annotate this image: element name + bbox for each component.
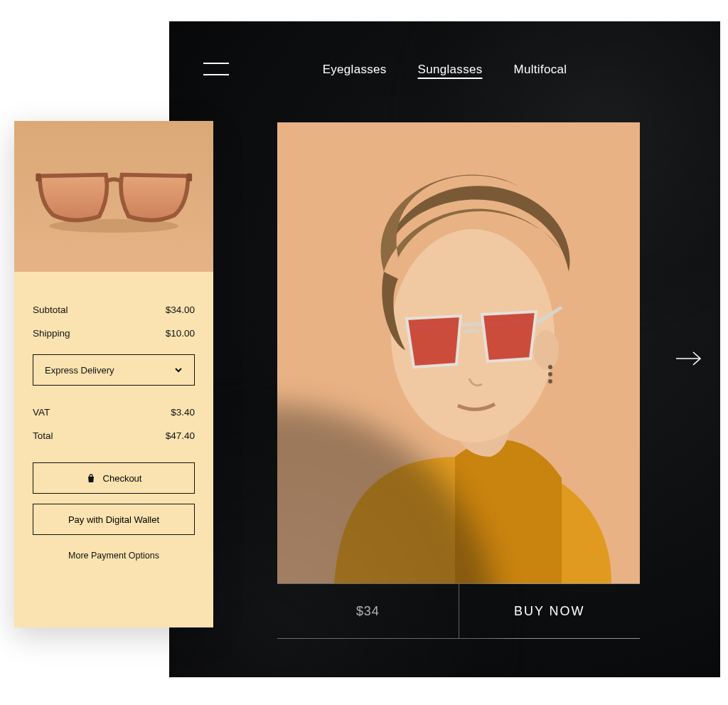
subtotal-row: Subtotal $34.00	[33, 304, 195, 315]
delivery-select[interactable]: Express Delivery	[33, 354, 195, 386]
total-row: Total $47.40	[33, 430, 195, 441]
checkout-summary: Subtotal $34.00 Shipping $10.00 Express …	[14, 272, 213, 627]
cart-product-thumbnail	[14, 121, 213, 272]
price-label: $34	[277, 584, 459, 638]
svg-point-2	[533, 330, 559, 370]
vat-value: $3.40	[171, 407, 195, 418]
wallet-button-label: Pay with Digital Wallet	[68, 514, 159, 525]
category-nav: Eyeglasses Sunglasses Multifocal	[169, 63, 720, 80]
subtotal-value: $34.00	[166, 304, 195, 315]
bag-icon	[86, 473, 96, 483]
buy-now-button[interactable]: BUY NOW	[459, 584, 641, 638]
subtotal-label: Subtotal	[33, 304, 68, 315]
more-payment-options-link[interactable]: More Payment Options	[33, 551, 195, 561]
nav-item-eyeglasses[interactable]: Eyeglasses	[323, 63, 387, 80]
svg-point-4	[548, 372, 552, 376]
svg-rect-11	[186, 174, 192, 181]
shipping-row: Shipping $10.00	[33, 328, 195, 339]
product-page-panel: Eyeglasses Sunglasses Multifocal	[169, 21, 720, 677]
total-value: $47.40	[166, 430, 195, 441]
svg-rect-10	[36, 174, 41, 181]
shipping-label: Shipping	[33, 328, 70, 339]
delivery-select-value: Express Delivery	[45, 365, 114, 376]
total-label: Total	[33, 430, 53, 441]
checkout-button[interactable]: Checkout	[33, 462, 195, 494]
vat-label: VAT	[33, 407, 50, 418]
product-hero-image	[277, 122, 640, 583]
checkout-button-label: Checkout	[103, 473, 142, 484]
svg-point-3	[548, 365, 552, 369]
chevron-down-icon	[174, 366, 183, 374]
vat-row: VAT $3.40	[33, 407, 195, 418]
nav-item-sunglasses[interactable]: Sunglasses	[418, 63, 483, 80]
price-buy-bar: $34 BUY NOW	[277, 583, 640, 639]
svg-point-5	[548, 379, 552, 383]
nav-item-multifocal[interactable]: Multifocal	[514, 63, 567, 80]
wallet-button[interactable]: Pay with Digital Wallet	[33, 504, 195, 535]
next-arrow-icon[interactable]	[675, 350, 703, 367]
shipping-value: $10.00	[166, 328, 195, 339]
checkout-card: Subtotal $34.00 Shipping $10.00 Express …	[14, 121, 213, 627]
